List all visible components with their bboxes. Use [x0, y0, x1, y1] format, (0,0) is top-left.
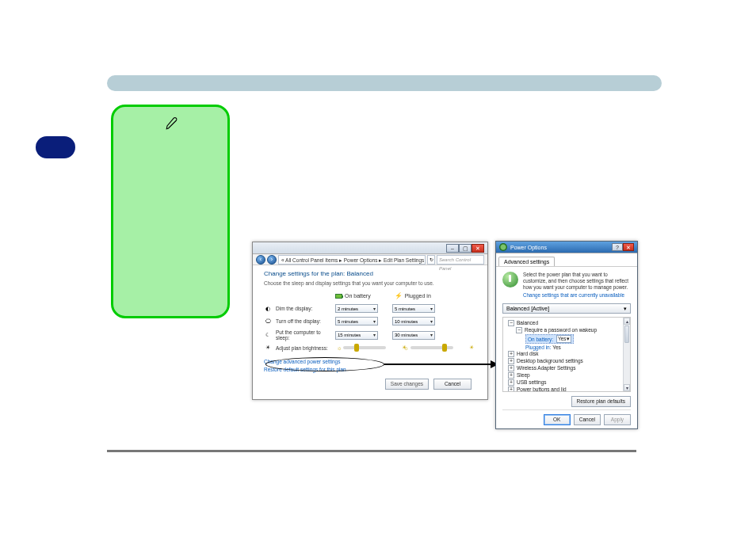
back-button[interactable]: ‹ — [256, 255, 265, 265]
pen-icon — [165, 116, 179, 131]
help-button[interactable]: ? — [612, 243, 623, 251]
maximize-button[interactable]: ▢ — [459, 244, 472, 253]
minimize-button[interactable]: – — [446, 244, 459, 253]
dim-label: Dim the display: — [276, 306, 335, 311]
tree-desktop-background[interactable]: +Desktop background settings — [506, 357, 628, 364]
tab-advanced-settings[interactable]: Advanced settings — [498, 257, 555, 266]
plug-icon: ⚡ — [395, 292, 403, 299]
sun-low-icon-2: ☼ — [403, 345, 408, 351]
scroll-thumb[interactable] — [624, 326, 629, 343]
titlebar: Power Options ? ✕ — [496, 242, 637, 253]
tree-plugged-in[interactable]: Plugged in: Yes — [506, 344, 628, 350]
tabstrip: Advanced settings — [496, 253, 637, 267]
off-plugged-dropdown[interactable]: 10 minutes▾ — [392, 317, 435, 326]
sleep-icon: ☾ — [264, 332, 272, 338]
close-button[interactable]: ✕ — [472, 244, 484, 253]
tree-hard-disk[interactable]: +Hard disk — [506, 350, 628, 357]
scroll-up-button[interactable]: ▴ — [624, 318, 630, 325]
tree-on-battery[interactable]: On battery: Yes ▾ — [506, 333, 628, 344]
close-button[interactable]: ✕ — [623, 243, 634, 251]
power-options-icon — [499, 243, 507, 251]
battery-icon — [335, 294, 342, 299]
forward-button[interactable]: › — [267, 255, 277, 265]
intro-text: Select the power plan that you want to c… — [523, 272, 628, 290]
row-sleep: ☾ Put the computer to sleep: 15 minutes▾… — [264, 329, 476, 341]
edit-plan-settings-window: – ▢ ✕ ‹ › « All Control Panel Items ▸ Po… — [252, 242, 488, 400]
brightness-label: Adjust plan brightness: — [276, 345, 335, 351]
power-plan-icon — [502, 272, 518, 287]
tree-power-buttons-lid[interactable]: +Power buttons and lid — [506, 386, 628, 392]
page-subheading: Choose the sleep and display settings th… — [264, 280, 476, 286]
refresh-button[interactable]: ↻ — [427, 255, 435, 265]
sun-high-icon-2: ☀ — [469, 345, 474, 351]
side-tag — [36, 136, 75, 158]
search-input[interactable]: Search Control Panel — [437, 255, 484, 265]
row-brightness: ☀ Adjust plan brightness: ☼ ☀ ☼ ☀ — [264, 345, 476, 351]
brightness-icon: ☀ — [264, 345, 272, 351]
cancel-button[interactable]: Cancel — [433, 379, 472, 390]
col-battery-label: On battery — [345, 293, 371, 299]
save-changes-button[interactable]: Save changes — [385, 379, 429, 390]
arrow — [384, 364, 497, 365]
display-icon: 🖵 — [264, 318, 272, 324]
restore-plan-defaults-button[interactable]: Restore plan defaults — [571, 396, 631, 407]
tree-usb-settings[interactable]: +USB settings — [506, 379, 628, 386]
sleep-label: Put the computer to sleep: — [276, 329, 335, 341]
row-dim-display: ◐ Dim the display: 2 minutes▾ 5 minutes▾ — [264, 304, 476, 313]
breadcrumb[interactable]: « All Control Panel Items ▸ Power Option… — [278, 255, 426, 265]
apply-button[interactable]: Apply — [604, 414, 631, 425]
tree-wireless-adapter[interactable]: +Wireless Adapter Settings — [506, 364, 628, 371]
dim-plugged-dropdown[interactable]: 5 minutes▾ — [392, 304, 435, 313]
col-plugged-label: Plugged in — [405, 293, 431, 299]
settings-tree[interactable]: ▴ ▾ −Balanced −Require a password on wak… — [502, 317, 631, 392]
tree-require-password[interactable]: −Require a password on wakeup — [506, 326, 628, 333]
window-title: Power Options — [510, 245, 547, 250]
titlebar: – ▢ ✕ — [253, 242, 487, 254]
note-box — [111, 105, 230, 318]
dim-battery-dropdown[interactable]: 2 minutes▾ — [335, 304, 378, 313]
tree-sleep[interactable]: +Sleep — [506, 371, 628, 379]
column-headers: On battery ⚡Plugged in — [335, 292, 476, 299]
page-header-bar — [107, 75, 662, 91]
highlight-oval — [265, 357, 384, 371]
tree-balanced[interactable]: −Balanced — [506, 319, 628, 326]
sleep-battery-dropdown[interactable]: 15 minutes▾ — [335, 331, 378, 340]
scroll-down-button[interactable]: ▾ — [624, 384, 630, 391]
dim-icon: ◐ — [264, 306, 272, 312]
ok-button[interactable]: OK — [544, 414, 571, 425]
power-options-dialog: Power Options ? ✕ Advanced settings Sele… — [495, 241, 638, 429]
brightness-plugged-slider[interactable] — [410, 346, 453, 349]
footer-rule — [107, 450, 636, 452]
row-turn-off-display: 🖵 Turn off the display: 5 minutes▾ 10 mi… — [264, 317, 476, 326]
cancel-button[interactable]: Cancel — [574, 414, 601, 425]
sun-low-icon: ☼ — [337, 345, 342, 351]
off-battery-dropdown[interactable]: 5 minutes▾ — [335, 317, 378, 326]
off-label: Turn off the display: — [276, 318, 335, 324]
sleep-plugged-dropdown[interactable]: 30 minutes▾ — [392, 331, 435, 340]
scrollbar[interactable]: ▴ ▾ — [623, 318, 630, 391]
plan-dropdown[interactable]: Balanced [Active]▾ — [502, 303, 631, 314]
brightness-battery-slider[interactable] — [343, 346, 386, 349]
navbar: ‹ › « All Control Panel Items ▸ Power Op… — [253, 254, 487, 265]
change-unavailable-link[interactable]: Change settings that are currently unava… — [523, 292, 631, 299]
